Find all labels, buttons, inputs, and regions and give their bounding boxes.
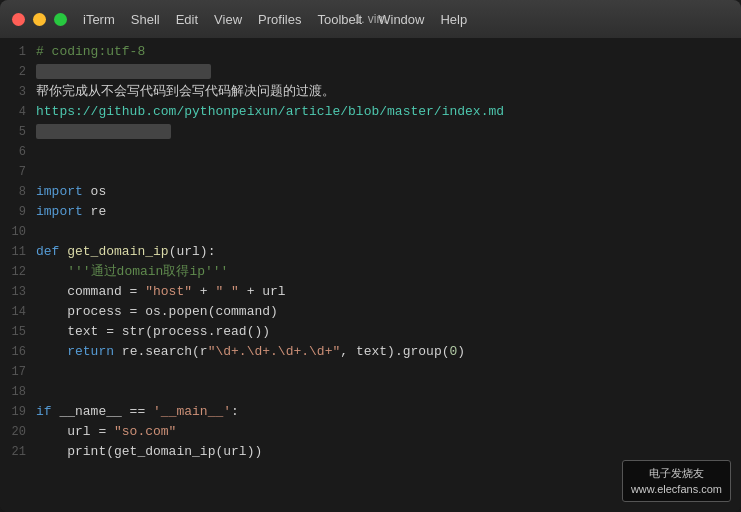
terminal-body[interactable]: 1 # coding:utf-8 2 blurred 3 帮你完成从不会写代码到… [0, 38, 741, 512]
window-buttons [12, 13, 67, 26]
line-14: 14 process = os.popen(command) [0, 302, 741, 322]
line-5: 5 blurred [0, 122, 741, 142]
menu-profiles[interactable]: Profiles [258, 12, 301, 27]
watermark-line1: 电子发烧友 [631, 465, 722, 481]
line-1: 1 # coding:utf-8 [0, 42, 741, 62]
line-19: 19 if __name__ == '__main__': [0, 402, 741, 422]
code-content: 1 # coding:utf-8 2 blurred 3 帮你完成从不会写代码到… [0, 38, 741, 512]
menu-edit[interactable]: Edit [176, 12, 198, 27]
line-13: 13 command = "host" + " " + url [0, 282, 741, 302]
maximize-button[interactable] [54, 13, 67, 26]
line-18: 18 [0, 382, 741, 402]
menu-iterm[interactable]: iTerm [83, 12, 115, 27]
line-11: 11 def get_domain_ip(url): [0, 242, 741, 262]
line-2: 2 blurred [0, 62, 741, 82]
terminal-window: iTerm Shell Edit View Profiles Toolbelt … [0, 0, 741, 512]
line-15: 15 text = str(process.read()) [0, 322, 741, 342]
minimize-button[interactable] [33, 13, 46, 26]
line-9: 9 import re [0, 202, 741, 222]
line-3: 3 帮你完成从不会写代码到会写代码解决问题的过渡。 [0, 82, 741, 102]
line-17: 17 [0, 362, 741, 382]
line-7: 7 [0, 162, 741, 182]
menu-shell[interactable]: Shell [131, 12, 160, 27]
line-21: 21 print(get_domain_ip(url)) [0, 442, 741, 462]
line-4: 4 https://github.com/pythonpeixun/articl… [0, 102, 741, 122]
line-10: 10 [0, 222, 741, 242]
line-8: 8 import os [0, 182, 741, 202]
line-6: 6 [0, 142, 741, 162]
line-16: 16 return re.search(r"\d+.\d+.\d+.\d+", … [0, 342, 741, 362]
close-button[interactable] [12, 13, 25, 26]
line-12: 12 '''通过domain取得ip''' [0, 262, 741, 282]
line-20: 20 url = "so.com" [0, 422, 741, 442]
watermark-line2: www.elecfans.com [631, 481, 722, 497]
window-title: 1. vim [354, 12, 386, 26]
titlebar: iTerm Shell Edit View Profiles Toolbelt … [0, 0, 741, 38]
menu-bar: iTerm Shell Edit View Profiles Toolbelt … [83, 12, 467, 27]
watermark: 电子发烧友 www.elecfans.com [622, 460, 731, 502]
menu-help[interactable]: Help [440, 12, 467, 27]
menu-view[interactable]: View [214, 12, 242, 27]
